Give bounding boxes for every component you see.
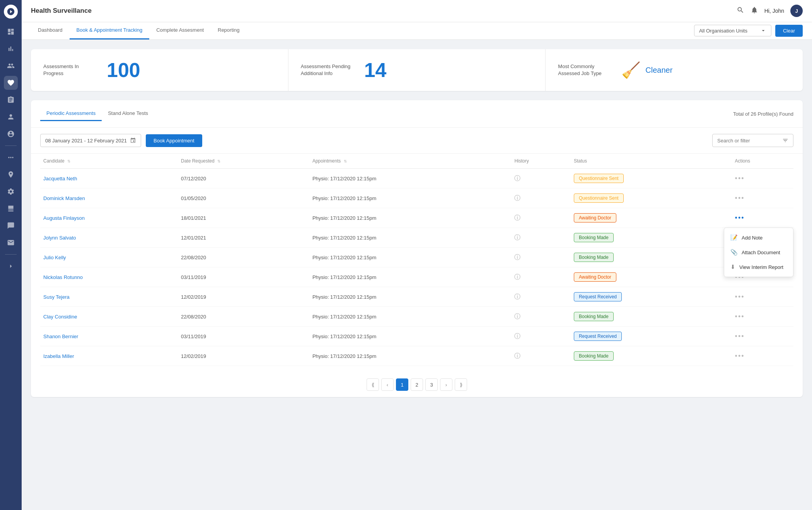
actions-button[interactable]: ••• <box>735 293 745 301</box>
tab-complete[interactable]: Complete Assesment <box>149 22 211 39</box>
dropdown-item-attach-doc[interactable]: 📎 Attach Document <box>724 245 793 260</box>
history-icon[interactable]: ⓘ <box>514 254 520 260</box>
cell-actions: ••• <box>732 188 793 208</box>
candidate-link[interactable]: Jolynn Salvato <box>43 235 76 241</box>
stat-pending: Assessments Pending Additional Info 14 <box>288 49 546 91</box>
clipboard-icon[interactable] <box>4 93 18 107</box>
col-actions: Actions <box>732 154 793 169</box>
candidate-link[interactable]: Izabella Miller <box>43 353 74 359</box>
dashboard-icon[interactable] <box>4 25 18 39</box>
date-range-picker[interactable]: 08 January 2021 - 12 February 2021 <box>40 134 141 147</box>
page-prev[interactable]: ‹ <box>381 378 394 391</box>
history-icon[interactable]: ⓘ <box>514 293 520 300</box>
actions-button[interactable]: ••• <box>735 313 745 320</box>
dropdown-item-view-report[interactable]: ⬇ View Interim Report <box>724 260 793 274</box>
total-label: Total of 26 Profile(s) Found <box>733 111 793 117</box>
actions-button[interactable]: ••• <box>735 332 745 340</box>
search-input[interactable] <box>717 138 779 144</box>
col-status: Status <box>571 154 732 169</box>
page-last[interactable]: ⟫ <box>455 378 467 391</box>
candidate-link[interactable]: Susy Tejera <box>43 294 70 300</box>
cell-actions: ••• <box>732 346 793 366</box>
main-content: Health Surveillance Hi, John J Dashboard… <box>22 0 812 510</box>
status-badge: Questionnaire Sent <box>574 174 624 183</box>
tab-dashboard[interactable]: Dashboard <box>31 22 70 39</box>
col-history: History <box>511 154 571 169</box>
history-icon[interactable]: ⓘ <box>514 175 520 181</box>
attach-doc-icon: 📎 <box>730 249 738 256</box>
clear-button[interactable]: Clear <box>775 25 803 37</box>
cell-appointment: Physio: 17/12/2020 12:15pm <box>309 188 512 208</box>
search-icon[interactable] <box>737 6 744 16</box>
collapse-icon[interactable] <box>4 259 18 273</box>
more-icon[interactable] <box>4 151 18 164</box>
person-icon[interactable] <box>4 110 18 124</box>
book-appointment-button[interactable]: Book Appointment <box>146 134 202 147</box>
candidate-link[interactable]: Clay Considine <box>43 314 77 320</box>
tab-standalone[interactable]: Stand Alone Tests <box>102 106 154 121</box>
cell-date: 03/11/2019 <box>178 327 309 346</box>
toolbar: 08 January 2021 - 12 February 2021 Book … <box>31 128 803 154</box>
history-icon[interactable]: ⓘ <box>514 234 520 241</box>
dropdown-item-label: Attach Document <box>742 250 780 255</box>
candidate-link[interactable]: Augusta Finlayson <box>43 215 85 221</box>
cell-actions: ••• <box>732 307 793 327</box>
cell-candidate: Nickolas Rotunno <box>40 267 178 287</box>
cell-status: Questionnaire Sent <box>571 169 732 188</box>
table-row: Julio Kelly 22/08/2020 Physio: 17/12/202… <box>40 248 793 267</box>
page-1[interactable]: 1 <box>396 378 408 391</box>
history-icon[interactable]: ⓘ <box>514 274 520 280</box>
candidate-link[interactable]: Nickolas Rotunno <box>43 274 83 280</box>
tab-periodic[interactable]: Periodic Assessments <box>40 106 102 121</box>
cell-status: Booking Made <box>571 228 732 248</box>
location-icon[interactable] <box>4 168 18 181</box>
cell-date: 22/08/2020 <box>178 248 309 267</box>
candidate-link[interactable]: Shanon Bernier <box>43 334 78 339</box>
cell-date: 18/01/2021 <box>178 208 309 228</box>
pagination: ⟪ ‹ 1 2 3 › ⟫ <box>31 372 803 397</box>
app-logo[interactable] <box>4 5 18 19</box>
candidate-link[interactable]: Dominick Marsden <box>43 195 85 201</box>
org-selector[interactable]: All Organisation Units <box>694 25 771 36</box>
history-icon[interactable]: ⓘ <box>514 353 520 359</box>
status-badge: Request Received <box>574 332 622 341</box>
user-icon[interactable] <box>4 127 18 141</box>
cell-appointment: Physio: 17/12/2020 12:15pm <box>309 346 512 366</box>
content-area: Assessments In Progress 100 Assessments … <box>22 40 812 510</box>
display-icon[interactable] <box>4 202 18 216</box>
history-icon[interactable]: ⓘ <box>514 195 520 201</box>
page-2[interactable]: 2 <box>411 378 423 391</box>
settings-icon[interactable] <box>4 185 18 199</box>
chart-icon[interactable] <box>4 42 18 56</box>
candidates-table: Candidate ⇅ Date Requested ⇅ Appointment… <box>40 154 793 366</box>
cell-status: Awaiting Doctor <box>571 208 732 228</box>
actions-button[interactable]: ••• <box>735 214 745 222</box>
dropdown-item-add-note[interactable]: 📝 Add Note <box>724 230 793 245</box>
history-icon[interactable]: ⓘ <box>514 214 520 221</box>
topbar: Health Surveillance Hi, John J <box>22 0 812 22</box>
candidate-link[interactable]: Jacquetta Neth <box>43 176 77 181</box>
candidate-link[interactable]: Julio Kelly <box>43 255 66 260</box>
notification-icon[interactable] <box>751 6 758 16</box>
page-first[interactable]: ⟪ <box>367 378 379 391</box>
tab-book[interactable]: Book & Appointment Tracking <box>70 22 150 39</box>
cell-date: 12/02/2019 <box>178 346 309 366</box>
view-report-icon: ⬇ <box>730 264 735 270</box>
tab-reporting[interactable]: Reporting <box>211 22 246 39</box>
mail-icon[interactable] <box>4 236 18 250</box>
chat-icon[interactable] <box>4 219 18 233</box>
cell-history: ⓘ <box>511 346 571 366</box>
avatar[interactable]: J <box>790 5 803 17</box>
history-icon[interactable]: ⓘ <box>514 313 520 320</box>
actions-button[interactable]: ••• <box>735 194 745 202</box>
cell-candidate: Izabella Miller <box>40 346 178 366</box>
stat-in-progress-label: Assessments In Progress <box>43 63 97 77</box>
page-3[interactable]: 3 <box>425 378 438 391</box>
page-next[interactable]: › <box>440 378 452 391</box>
group-icon[interactable] <box>4 59 18 73</box>
stat-pending-value: 14 <box>364 60 387 80</box>
actions-button[interactable]: ••• <box>735 352 745 360</box>
health-icon[interactable] <box>4 76 18 90</box>
history-icon[interactable]: ⓘ <box>514 333 520 339</box>
actions-button[interactable]: ••• <box>735 175 745 182</box>
